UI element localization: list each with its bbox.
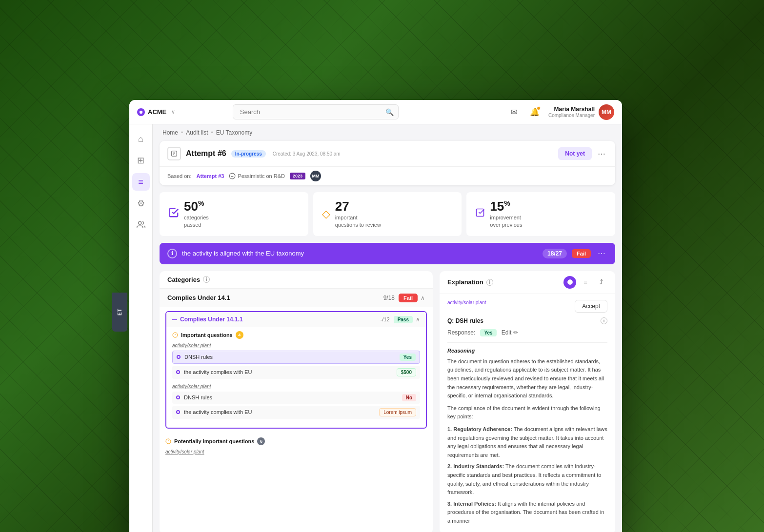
alert-more-icon[interactable]: ⋯ (596, 249, 607, 258)
stat-value-1: 27 (335, 199, 381, 214)
potentially-label: Potentially important questions (174, 438, 254, 444)
main-panel: Categories i Complies Under 14.1 9/18 Fa… (153, 271, 622, 532)
categories-title: Categories (167, 276, 200, 283)
explanation-top-row: activity/solar plant Accept (447, 300, 607, 313)
stat-value-0: 50% (184, 199, 209, 214)
reasoning-item-label-0: 1. Regulatory Adherence: (447, 426, 512, 432)
nav-logo-text: ACME (148, 108, 166, 116)
question-text-1-1: the activity complies with EU (184, 409, 375, 415)
stat-info-2: 15% improvement over previous (490, 199, 522, 229)
nav-logo-dot (137, 108, 145, 116)
reasoning-item-label-1: 2. Industry Standards: (447, 463, 504, 469)
main-container: Use Legislative Sources to create digita… (0, 0, 764, 532)
categories-panel: Categories i Complies Under 14.1 9/18 Fa… (160, 271, 433, 532)
question-item-0-1[interactable]: the activity complies with EU $500 (172, 366, 420, 379)
question-group-1: activity/solar plant DNSH rules No (172, 384, 420, 419)
accept-button[interactable]: Accept (575, 300, 607, 313)
svg-point-15 (567, 279, 573, 285)
breadcrumb-home[interactable]: Home (162, 129, 178, 136)
question-item-1-0[interactable]: DNSH rules No (172, 392, 420, 404)
reasoning-item-label-2: 3. Internal Policies: (447, 501, 496, 507)
sidebar-item-list[interactable]: ≡ (132, 173, 150, 191)
explanation-panel: Explanation i ≡ ⤴ (440, 271, 615, 532)
question-answer-1-1: Lorem ipsum (379, 408, 416, 416)
sidebar-item-settings[interactable]: ⚙ (132, 195, 150, 212)
attempt-subheader: Based on: Attempt #3 Pessimistic on R&D (160, 167, 615, 185)
stat-label-2: improvement over previous (490, 214, 522, 229)
question-text-1-0: DNSH rules (184, 394, 398, 400)
question-info-icon[interactable]: i (601, 317, 607, 324)
question-group-label-1: activity/solar plant (172, 384, 420, 389)
categories-info-icon[interactable]: i (203, 276, 210, 283)
notification-dot (537, 106, 541, 110)
based-on-link[interactable]: Attempt #3 (197, 173, 224, 179)
alert-banner: ℹ the activity is aligned with the EU ta… (160, 243, 615, 264)
explanation-path[interactable]: activity/solar plant (447, 300, 486, 305)
explanation-share-icon[interactable]: ⤴ (595, 276, 607, 289)
pessimistic-indicator: Pessimistic on R&D (229, 173, 285, 179)
explanation-view-icon[interactable] (563, 276, 576, 289)
alert-actions: 18/27 Fail ⋯ (543, 249, 607, 258)
explanation-info-icon[interactable]: i (486, 279, 493, 286)
questions-title: Important questions 4 (172, 331, 420, 339)
reasoning-title: Reasoning (447, 348, 607, 354)
explanation-list-icon[interactable]: ≡ (579, 276, 592, 289)
main-content: Home • Audit list • EU Taxonomy (153, 124, 622, 532)
user-badge: MM (310, 171, 321, 181)
category-header[interactable]: Complies Under 14.1 9/18 Fail ∧ (160, 289, 433, 307)
notification-icon[interactable]: 🔔 (528, 105, 542, 119)
stat-info-1: 27 important questions to review (335, 199, 381, 229)
stats-row: 50% categories passed ◇ 27 (153, 192, 622, 243)
question-item-0-0[interactable]: DNSH rules Yes (172, 351, 420, 364)
action-button[interactable]: Not yet (558, 147, 592, 160)
subcategory-header[interactable]: Complies Under 14.1.1 -/12 Pass ∧ (166, 312, 426, 327)
nav-user-info: Maria Marshall Compliance Manager (548, 106, 595, 118)
stat-icon-check (168, 207, 179, 220)
explanation-header-actions: ≡ ⤴ (563, 276, 607, 289)
nav-user[interactable]: Maria Marshall Compliance Manager MM (548, 104, 614, 120)
svg-rect-8 (477, 209, 484, 217)
reasoning-section: Reasoning The document in question adher… (447, 342, 607, 526)
more-menu-icon[interactable]: ⋯ (596, 149, 607, 158)
question-group-label-0: activity/solar plant (172, 343, 420, 348)
question-item-1-1[interactable]: the activity complies with EU Lorem ipsu… (172, 406, 420, 419)
breadcrumb: Home • Audit list • EU Taxonomy (153, 124, 622, 141)
alert-score: 18/27 (543, 249, 567, 258)
subcategory-section: Complies Under 14.1.1 -/12 Pass ∧ (165, 311, 427, 429)
attempt-header: Attempt #6 In-progress Created: 3 Aug 20… (160, 141, 615, 167)
attempt-title: Attempt #6 (186, 149, 226, 158)
stat-card-1: ◇ 27 important questions to review (313, 192, 462, 236)
breadcrumb-current: EU Taxonomy (216, 129, 252, 136)
explanation-content: activity/solar plant Accept Q: DSH rules… (440, 294, 615, 532)
app-body: ⌂ ⊞ ≡ ⚙ Home • (129, 124, 622, 532)
question-answer-0-1: $500 (397, 368, 416, 376)
edit-button[interactable]: Edit ✏ (502, 329, 519, 336)
sidebar-item-home[interactable]: ⌂ (132, 130, 150, 148)
attempt-created: Created: 3 Aug 2023, 08:50 am (273, 151, 341, 157)
vertical-tab[interactable]: ET (112, 293, 127, 332)
question-dot (177, 355, 181, 359)
svg-point-0 (138, 221, 141, 224)
nav-search[interactable]: 🔍 (233, 104, 399, 119)
question-answer-0-0: Yes (400, 354, 416, 361)
attempt-actions: Not yet ⋯ (558, 147, 607, 160)
mail-icon[interactable]: ✉ (507, 105, 521, 119)
response-label: Response: (447, 329, 475, 336)
potentially-section: Potentially important questions 6 activi… (160, 433, 433, 462)
important-questions-label: Important questions (181, 332, 233, 338)
stat-label-0: categories passed (184, 214, 209, 229)
based-on-label: Based on: (167, 173, 192, 179)
search-input[interactable] (233, 104, 399, 119)
nav-user-name: Maria Marshall (548, 106, 595, 113)
alert-result-badge: Fail (572, 249, 591, 258)
sidebar-item-grid[interactable]: ⊞ (132, 152, 150, 169)
breadcrumb-audit[interactable]: Audit list (186, 129, 208, 136)
attempt-card: Attempt #6 In-progress Created: 3 Aug 20… (160, 141, 615, 185)
sidebar-item-users[interactable] (132, 216, 150, 234)
stat-info-0: 50% categories passed (184, 199, 209, 229)
question-answer-1-0: No (402, 394, 416, 401)
explanation-header: Explanation i ≡ ⤴ (440, 271, 615, 294)
stat-value-2: 15% (490, 199, 522, 214)
breadcrumb-sep2: • (211, 129, 213, 136)
nav-logo[interactable]: ACME ∨ (137, 108, 175, 116)
